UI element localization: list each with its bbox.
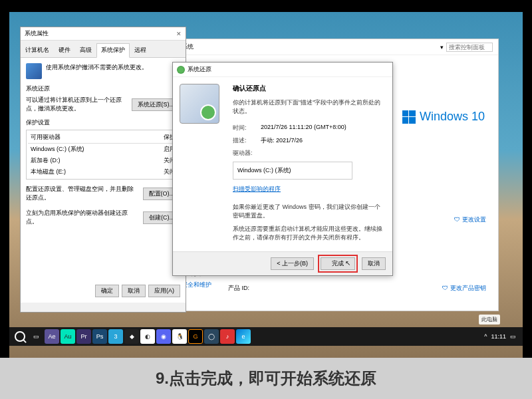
system-restore-dialog: 系统还原 确认还原点 你的计算机将还原到下面"描述"字段中的事件之前所处的状态。… [172, 62, 393, 276]
cancel-button[interactable]: 取消 [122, 285, 146, 297]
unity-icon[interactable]: ◆ [124, 329, 139, 344]
shield-icon [26, 63, 42, 79]
system-properties-window: 系统属性 ✕ 计算机名 硬件 高级 系统保护 远程 使用系统保护撤消不需要的系统… [20, 27, 186, 313]
app-icon[interactable]: ◐ [140, 329, 155, 344]
window-title: 系统属性 [25, 29, 49, 38]
steam-icon[interactable]: ◯ [204, 329, 219, 344]
section-restore-title: 系统还原 [26, 84, 180, 93]
time-value: 2021/7/26 11:11:20 (GMT+8:00) [261, 124, 346, 132]
desktop-wallpaper: 系统 ▾ 查看有关计算机的基本信息 Windows 10 🛡 更改设置 🛡 更改… [9, 12, 523, 358]
restore-footer: < 上一步(B) 完成 ↖ 取消 [173, 251, 392, 275]
restore-icon [177, 66, 185, 74]
desc-label: 描述: [233, 136, 253, 145]
cursor-icon: ↖ [345, 259, 350, 267]
desc-value: 手动: 2021/7/26 [261, 136, 303, 145]
tab-bar: 计算机名 硬件 高级 系统保护 远程 [21, 41, 186, 58]
section-settings-title: 保护设置 [26, 118, 180, 127]
search-icon[interactable] [13, 329, 27, 344]
task-view-icon[interactable]: ▭ [29, 329, 43, 344]
windows-icon [402, 110, 416, 124]
note-password: 如果你最近更改了 Windows 密码，我们建议你创建一个密码重置盘。 [233, 203, 386, 219]
create-desc: 立刻为启用系统保护的驱动器创建还原点。 [26, 209, 139, 226]
search-box: ▾ [440, 43, 493, 52]
tab-remote[interactable]: 远程 [130, 43, 151, 57]
qq-icon[interactable]: 🐧 [172, 329, 187, 344]
discord-icon[interactable]: ◉ [156, 329, 171, 344]
config-desc: 配置还原设置、管理磁盘空间，并且删除还原点。 [26, 185, 139, 202]
restore-desc: 可以通过将计算机还原到上一个还原点，撤消系统更改。 [26, 96, 128, 113]
premiere-icon[interactable]: Pr [76, 329, 91, 344]
clock[interactable]: 11:11 [491, 333, 506, 340]
drive-label: 驱动器: [233, 149, 253, 158]
ok-button[interactable]: 确定 [95, 285, 119, 297]
change-settings-link[interactable]: 🛡 更改设置 [454, 215, 486, 224]
tab-hardware[interactable]: 硬件 [54, 43, 75, 57]
system-tray[interactable]: ^ 11:11 ▭ [484, 333, 520, 340]
drive-row: 新加卷 (D:)关闭 [28, 155, 178, 166]
drive-list[interactable]: 可用驱动器 保护 Windows (C:) (系统)启用 新加卷 (D:)关闭 … [26, 130, 180, 180]
desktop-pc-icon-label[interactable]: 此电脑 [479, 315, 500, 325]
note-restart: 系统还原需要重新启动计算机才能应用这些更改。继续操作之前，请保存所有打开的文件并… [233, 225, 386, 241]
tab-computer-name[interactable]: 计算机名 [21, 43, 54, 57]
three-icon[interactable]: 3 [108, 329, 123, 344]
restore-large-icon [180, 84, 219, 124]
search-input[interactable] [446, 43, 493, 52]
after-effects-icon[interactable]: Ae [45, 329, 59, 344]
restore-titlebar: 系统还原 [173, 63, 392, 77]
tab-advanced[interactable]: 高级 [75, 43, 96, 57]
change-product-key-link[interactable]: 🛡 更改产品密钥 [442, 284, 486, 293]
close-icon[interactable]: ✕ [176, 31, 182, 37]
cancel-button[interactable]: 取消 [362, 257, 386, 270]
netease-icon[interactable]: ♪ [220, 329, 235, 344]
protection-desc: 使用系统保护撤消不需要的系统更改。 [46, 63, 148, 79]
restore-heading: 确认还原点 [233, 84, 386, 93]
finish-button[interactable]: 完成 ↖ [321, 257, 355, 270]
product-id-label: 产品 ID: [228, 284, 249, 293]
edge-icon[interactable]: e [236, 329, 251, 344]
back-button[interactable]: < 上一步(B) [271, 257, 314, 270]
tray-up-icon[interactable]: ^ [484, 333, 487, 340]
finish-highlight: 完成 ↖ [318, 255, 358, 273]
scan-programs-link[interactable]: 扫描受影响的程序 [233, 186, 281, 192]
time-label: 时间: [233, 124, 253, 132]
notifications-icon[interactable]: ▭ [510, 333, 516, 340]
tab-system-protection[interactable]: 系统保护 [96, 43, 130, 58]
drive-row: Windows (C:) (系统)启用 [28, 144, 178, 155]
restore-desc: 你的计算机将还原到下面"描述"字段中的事件之前所处的状态。 [233, 98, 386, 116]
restore-title: 系统还原 [188, 65, 211, 74]
taskbar: ▭ Ae Au Pr Ps 3 ◆ ◐ ◉ 🐧 G ◯ ♪ e ^ 11:11 … [9, 327, 523, 346]
tutorial-caption: 9.点击完成，即可开始系统还原 [0, 358, 532, 399]
drive-box: Windows (C:) (系统) [233, 162, 352, 180]
photoshop-icon[interactable]: Ps [92, 329, 107, 344]
windows10-logo: Windows 10 [402, 110, 485, 124]
col-drive: 可用驱动器 [31, 133, 61, 142]
settings-header: 系统 ▾ [176, 39, 498, 55]
audition-icon[interactable]: Au [61, 329, 75, 344]
window-titlebar: 系统属性 ✕ [21, 27, 186, 41]
drive-row: 本地磁盘 (E:)关闭 [28, 166, 178, 178]
apply-button[interactable]: 应用(A) [148, 285, 180, 297]
g-icon[interactable]: G [188, 329, 203, 344]
